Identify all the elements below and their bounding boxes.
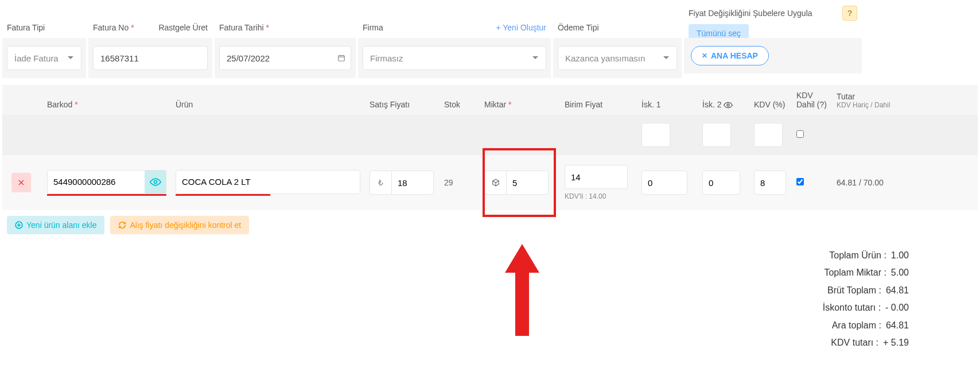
annotation-underline [176,194,270,196]
filter-isk1-input[interactable] [641,123,670,147]
label-firma: Firma [363,23,383,32]
kdvli-text: KDV'li : 14.00 [565,192,632,200]
fatura-no-input[interactable] [93,46,208,70]
help-button[interactable]: ? [842,6,857,21]
table-row: ₺ 29 KDV'li : 14.00 64.81 / 70.00 [2,155,978,210]
label-odeme-tipi: Ödeme Tipi [553,2,682,38]
row-total: 64.81 / 70.00 [832,178,901,187]
label-fatura-tipi: Fatura Tipi [2,2,86,38]
unit-price-input[interactable] [565,165,628,189]
label-fiyat-degisikligi: Fiyat Değişikliğini Şubelere Uygula [689,9,812,18]
svg-point-1 [727,104,729,106]
ana-hesap-tag[interactable]: ✕ANA HESAP [691,46,769,65]
calendar-icon[interactable] [332,46,351,70]
fatura-tipi-select[interactable]: İade Fatura [7,46,81,70]
check-price-change-button[interactable]: Alış fiyatı değişikliğini kontrol et [110,216,249,234]
yeni-olustur-link[interactable]: + Yeni Oluştur [496,23,546,32]
kdv-input[interactable] [754,171,786,195]
lira-icon: ₺ [370,171,391,195]
barcode-input[interactable] [47,170,145,194]
box-icon [484,171,506,195]
filter-kdv-dahil-checkbox[interactable] [796,130,804,138]
label-fatura-no: Fatura No [93,23,129,32]
stock-value: 29 [440,178,480,187]
eye-icon [724,100,733,109]
rastgele-uret-link[interactable]: Rastgele Üret [158,23,208,32]
isk2-input[interactable] [702,171,740,195]
quantity-input[interactable] [506,171,549,195]
sale-price-input[interactable] [391,171,434,195]
kdv-dahil-checkbox[interactable] [796,178,804,185]
items-table: Barkod * Ürün Satış Fiyatı Stok Miktar *… [2,85,978,351]
delete-row-button[interactable] [11,173,31,192]
filter-kdv-input[interactable] [754,123,783,147]
odeme-tipi-select[interactable]: Kazanca yansımasın [558,46,677,70]
fatura-tarihi-input[interactable] [219,46,332,70]
label-fatura-tarihi: Fatura Tarihi [219,23,264,32]
table-header: Barkod * Ürün Satış Fiyatı Stok Miktar *… [2,85,978,115]
svg-rect-0 [338,56,344,61]
close-icon[interactable]: ✕ [702,52,707,60]
isk1-input[interactable] [641,171,687,195]
firma-select[interactable]: Firmasız [363,46,546,70]
add-product-row-button[interactable]: Yeni ürün alanı ekle [7,216,104,234]
filter-row [2,115,978,155]
svg-point-2 [154,180,157,183]
table-actions: Yeni ürün alanı ekle Alış fiyatı değişik… [2,210,978,240]
view-product-button[interactable] [145,170,166,194]
totals-panel: Toplam Ürün :1.00 Toplam Miktar :5.00 Br… [2,247,978,351]
annotation-underline [47,194,166,196]
invoice-form-row: Fatura Tipi İade Fatura Fatura No * Rast… [2,2,978,78]
filter-isk2-input[interactable] [702,123,731,147]
product-name-input[interactable] [176,170,360,194]
